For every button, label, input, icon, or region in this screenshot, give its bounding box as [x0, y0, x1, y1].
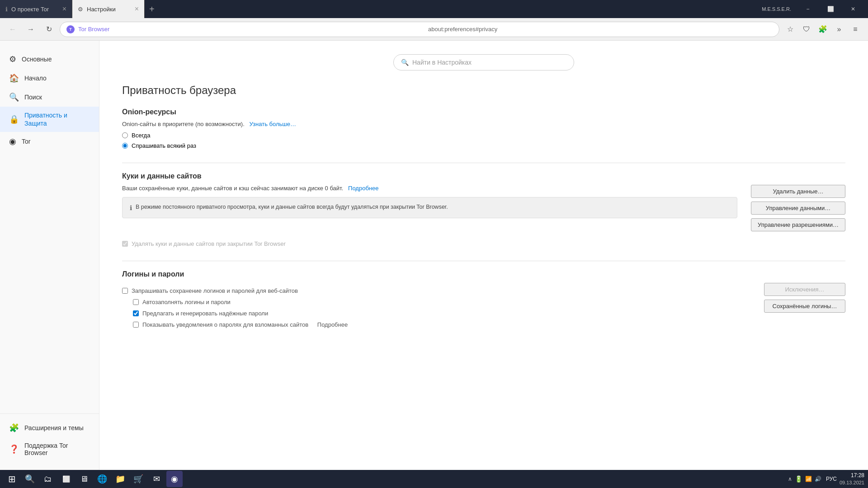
taskbar-file-manager-icon[interactable]: 🗂 — [40, 471, 56, 487]
tab-settings-label: Настройки — [87, 6, 116, 13]
sidebar-item-extensions[interactable]: 🧩 Расширения и темы — [0, 418, 99, 437]
extensions-icon[interactable]: 🧩 — [816, 22, 830, 37]
sidebar-bottom: 🧩 Расширения и темы ❓ Поддержка Tor Brow… — [0, 413, 99, 461]
autofill-checkbox[interactable] — [133, 299, 139, 305]
toolbar-icons: ☆ 🛡 🧩 » ≡ — [783, 22, 863, 37]
page-title: Приватность браузера — [122, 84, 845, 97]
bookmark-icon[interactable]: ☆ — [783, 22, 797, 37]
autofill-row[interactable]: Автозаполнять логины и пароли — [133, 299, 750, 305]
saved-logins-button[interactable]: Сохранённые логины… — [764, 300, 845, 313]
sidebar-support-label: Поддержка Tor Browser — [24, 442, 90, 456]
url-text: about:preferences#privacy — [428, 26, 773, 33]
sidebar-item-home[interactable]: 🏠 Начало — [0, 69, 99, 88]
onion-radio-always-label: Всегда — [132, 132, 150, 139]
sidebar-search-label: Поиск — [24, 94, 42, 101]
settings-search-placeholder: Найти в Настройках — [412, 59, 472, 66]
sidebar-item-general[interactable]: ⚙ Основные — [0, 50, 99, 69]
sidebar: ⚙ Основные 🏠 Начало 🔍 Поиск 🔒 Приватност… — [0, 41, 99, 470]
more-button[interactable]: » — [832, 22, 846, 37]
shield-icon[interactable]: 🛡 — [799, 22, 814, 37]
breach-alerts-learn-more[interactable]: Подробнее — [317, 321, 348, 328]
taskbar-search-icon[interactable]: 🔍 — [22, 471, 38, 487]
onion-radio-always[interactable]: Всегда — [122, 132, 845, 139]
sidebar-tor-label: Tor — [22, 138, 30, 145]
taskbar-mail-icon[interactable]: ✉ — [148, 471, 165, 487]
delete-data-button[interactable]: Удалить данные… — [751, 185, 845, 198]
sidebar-item-tor[interactable]: ◉ Tor — [0, 132, 99, 151]
taskbar-tor-icon[interactable]: ◉ — [166, 471, 183, 487]
tab-about-tor-close[interactable]: × — [62, 5, 66, 13]
logins-section-title: Логины и пароли — [122, 270, 845, 278]
home-icon: 🏠 — [9, 73, 19, 83]
search-bar-wrap: 🔍 Найти в Настройках — [122, 54, 845, 70]
tray-battery-icon: 🔋 — [795, 475, 802, 483]
sidebar-extensions-label: Расширения и темы — [24, 424, 84, 432]
tray-network-icon: 📶 — [805, 476, 812, 482]
manage-permissions-button[interactable]: Управление разрешениями… — [751, 218, 845, 231]
suggest-passwords-row[interactable]: Предлагать и генерировать надёжные парол… — [133, 310, 750, 317]
divider-2 — [122, 261, 845, 261]
forward-button[interactable]: → — [24, 22, 38, 37]
start-button[interactable]: ⊞ — [4, 471, 20, 487]
main-content: ⚙ Основные 🏠 Начало 🔍 Поиск 🔒 Приватност… — [0, 41, 868, 470]
menu-button[interactable]: ≡ — [848, 22, 863, 37]
autofill-label: Автозаполнять логины и пароли — [142, 299, 231, 305]
tab-about-tor[interactable]: ℹ О проекте Tor × — [0, 0, 72, 18]
onion-section-title: Onion-ресурсы — [122, 108, 845, 116]
taskbar-edge-icon[interactable]: 🌐 — [94, 471, 110, 487]
tray-chevron[interactable]: ∧ — [788, 476, 792, 482]
onion-radio-ask[interactable]: Спрашивать всякий раз — [122, 142, 845, 149]
onion-radio-ask-label: Спрашивать всякий раз — [132, 142, 196, 149]
window-controls: M.E.S.S.E.R. − ⬜ ✕ — [757, 0, 868, 18]
system-tray: ∧ 🔋 📶 🔊 РУС 17:28 09.13.2021 — [788, 472, 864, 486]
title-bar: ℹ О проекте Tor × ⚙ Настройки × + M.E.S.… — [0, 0, 868, 18]
back-button[interactable]: ← — [5, 22, 20, 37]
tab-group: ℹ О проекте Tor × ⚙ Настройки × + — [0, 0, 757, 18]
taskbar-desktop-icon[interactable]: ⬜ — [58, 471, 74, 487]
maximize-button[interactable]: ⬜ — [820, 0, 841, 18]
taskbar-store-icon[interactable]: 🛒 — [130, 471, 146, 487]
tab-settings[interactable]: ⚙ Настройки × — [72, 0, 145, 18]
tab-about-tor-icon: ℹ — [5, 6, 8, 13]
tab-settings-close[interactable]: × — [135, 5, 139, 13]
close-button[interactable]: ✕ — [843, 0, 863, 18]
ask-save-row[interactable]: Запрашивать сохранение логинов и паролей… — [122, 287, 750, 294]
new-tab-button[interactable]: + — [145, 0, 159, 18]
cookies-learn-more-link[interactable]: Подробнее — [348, 185, 378, 192]
cookies-main: Ваши сохранённые куки, данные сайтов и к… — [122, 185, 845, 231]
address-bar: ← → ↻ T Tor Browser about:preferences#pr… — [0, 18, 868, 41]
settings-search-bar[interactable]: 🔍 Найти в Настройках — [393, 54, 574, 70]
breach-alerts-checkbox[interactable] — [133, 322, 139, 328]
extensions-sidebar-icon: 🧩 — [9, 423, 19, 433]
minimize-button[interactable]: − — [797, 0, 818, 18]
taskbar-folder-icon[interactable]: 📁 — [112, 471, 128, 487]
breach-alerts-row[interactable]: Показывать уведомления о паролях для взл… — [133, 321, 750, 328]
tor-logo-icon: T — [66, 25, 75, 33]
onion-radio-ask-input[interactable] — [122, 143, 128, 149]
content-area: 🔍 Найти в Настройках Приватность браузер… — [99, 41, 868, 470]
taskbar-monitor-icon[interactable]: 🖥 — [76, 471, 92, 487]
ask-save-checkbox[interactable] — [122, 288, 128, 294]
logins-left: Запрашивать сохранение логинов и паролей… — [122, 283, 750, 328]
manage-data-button[interactable]: Управление данными… — [751, 202, 845, 215]
logins-section: Логины и пароли Запрашивать сохранение л… — [122, 270, 845, 328]
delete-cookies-on-close-label: Удалять куки и данные сайтов при закрыти… — [132, 240, 286, 247]
address-bar-input-wrap[interactable]: T Tor Browser about:preferences#privacy — [60, 22, 779, 37]
onion-section: Onion-ресурсы Onion-сайты в приоритете (… — [122, 108, 845, 149]
onion-learn-more-link[interactable]: Узнать больше… — [250, 121, 296, 127]
tray-lang-label: РУС — [826, 476, 837, 482]
site-name-label: Tor Browser — [78, 26, 423, 33]
reload-button[interactable]: ↻ — [42, 22, 56, 37]
sidebar-privacy-label: Приватность и Защита — [24, 111, 90, 127]
lock-icon: 🔒 — [9, 114, 19, 124]
onion-radio-always-input[interactable] — [122, 132, 128, 138]
search-sidebar-icon: 🔍 — [9, 92, 19, 102]
taskbar-time: 17:28 09.13.2021 — [840, 472, 864, 486]
exceptions-button[interactable]: Исключения… — [764, 283, 845, 296]
sidebar-item-privacy[interactable]: 🔒 Приватность и Защита — [0, 107, 99, 132]
sidebar-item-search[interactable]: 🔍 Поиск — [0, 88, 99, 107]
suggest-passwords-checkbox[interactable] — [133, 310, 139, 316]
onion-section-desc: Onion-сайты в приоритете (по возможности… — [122, 121, 845, 127]
tray-volume-icon: 🔊 — [815, 476, 821, 482]
sidebar-item-support[interactable]: ❓ Поддержка Tor Browser — [0, 437, 99, 461]
